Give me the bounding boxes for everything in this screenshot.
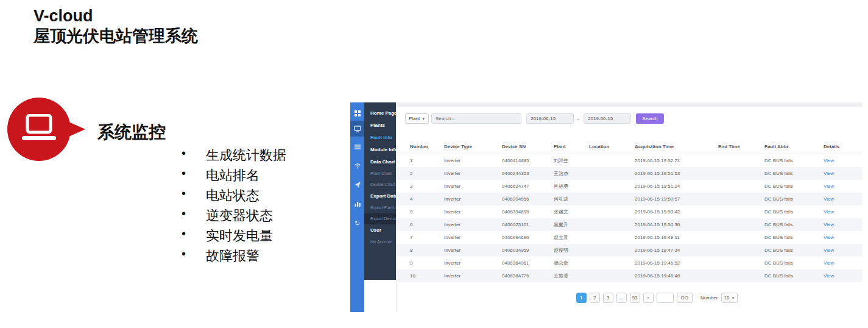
cell-location (589, 180, 635, 193)
cell-acquisition_time: 2019-06-15 19:47:34 (635, 244, 718, 257)
table-row: 3Inverter0406624747肖福勇2019-06-15 19:51:2… (397, 180, 863, 193)
feature-bullet: •故障报警 (182, 247, 286, 267)
page-button-ellipsis[interactable]: ... (616, 293, 627, 303)
feature-bullet: •逆变器状态 (182, 207, 286, 227)
column-header: Location (589, 139, 635, 154)
view-link[interactable]: View (824, 171, 834, 176)
cell-location (589, 244, 635, 257)
cell-end_time (718, 205, 764, 218)
cell-device_sn: 0406994690 (502, 231, 554, 244)
table-row: 2Inverter0406244353王治杰2019-06-15 19:51:5… (397, 167, 863, 180)
sidebar-item-home-page[interactable]: Home Page (364, 107, 396, 119)
cell-location (589, 218, 635, 231)
cell-number: 1 (397, 154, 444, 168)
page-button-1[interactable]: 1 (576, 293, 587, 303)
view-link[interactable]: View (824, 235, 834, 240)
cell-fault_abbr: DC BUS fails (764, 205, 824, 218)
cell-end_time (718, 167, 764, 180)
wifi-icon[interactable] (350, 158, 364, 174)
feature-bullet: •实时发电量 (182, 227, 286, 247)
view-link[interactable]: View (824, 273, 834, 279)
table-row: 1Inverter0406414885刘漳生2019-06-15 19:52:2… (397, 154, 863, 168)
column-header: Number (397, 139, 444, 154)
table-row: 9Inverter0406364961杨总贵2019-06-15 19:46:5… (397, 257, 863, 269)
bullet-text: 实时发电量 (206, 227, 273, 245)
chart-icon[interactable] (350, 196, 364, 212)
cell-plant: 张建文 (554, 205, 589, 218)
cell-fault_abbr: DC BUS fails (764, 257, 824, 269)
cell-device_type: Inverter (444, 193, 502, 205)
sidebar-item-module-info[interactable]: Module Info (364, 144, 396, 156)
cell-device_sn: 0406384776 (502, 269, 554, 282)
bullet-dot: • (182, 166, 206, 180)
table-body: 1Inverter0406414885刘漳生2019-06-15 19:52:2… (397, 154, 863, 283)
view-link[interactable]: View (824, 209, 834, 215)
page-jump-input[interactable] (657, 293, 674, 303)
view-link[interactable]: View (824, 158, 834, 163)
cell-plant: 王治杰 (554, 167, 589, 180)
view-link[interactable]: View (824, 222, 834, 227)
cell-device_type: Inverter (444, 180, 502, 193)
monitor-icon[interactable] (350, 121, 364, 137)
bullet-dot: • (182, 187, 206, 201)
view-link[interactable]: View (824, 184, 834, 189)
cell-acquisition_time: 2019-06-15 19:50:36 (635, 218, 718, 231)
plant-filter-dropdown[interactable]: Plant ▼ (405, 113, 429, 124)
cell-acquisition_time: 2019-06-15 19:50:57 (635, 193, 718, 205)
go-button[interactable]: GO (677, 293, 693, 303)
send-icon[interactable] (350, 177, 364, 193)
cell-end_time (718, 180, 764, 193)
date-to-input[interactable] (584, 113, 631, 124)
feature-bullet: •电站状态 (182, 187, 286, 207)
bullet-dot: • (182, 146, 206, 160)
cell-plant: 刘漳生 (554, 154, 589, 168)
cell-plant: 惠重升 (554, 218, 589, 231)
view-link[interactable]: View (824, 248, 834, 253)
view-link[interactable]: View (824, 260, 834, 266)
cell-details: View (824, 257, 863, 269)
cell-fault_abbr: DC BUS fails (764, 244, 824, 257)
cell-number: 9 (397, 257, 444, 269)
date-from-input[interactable] (526, 113, 574, 124)
sidebar-item-plants[interactable]: Plants (364, 119, 396, 132)
cell-device_type: Inverter (444, 269, 502, 282)
bullet-dot: • (182, 227, 206, 241)
refresh-icon[interactable]: ↻ (350, 215, 364, 231)
page-button-2[interactable]: 2 (590, 293, 600, 303)
sidebar-item-my-account[interactable]: My Account (364, 237, 396, 248)
cell-device_sn: 0406624747 (502, 180, 554, 193)
cell-location (589, 193, 635, 205)
bullet-text: 逆变器状态 (206, 207, 273, 225)
cell-device_type: Inverter (444, 167, 502, 180)
search-button[interactable]: Search (636, 113, 663, 124)
modules-icon[interactable] (350, 139, 364, 155)
search-input[interactable] (431, 113, 521, 124)
sidebar-item-user[interactable]: User (364, 224, 396, 237)
cell-location (589, 269, 635, 282)
sidebar-item-fault-info[interactable]: Fault Info (364, 132, 396, 144)
sidebar-item-plant-chart[interactable]: Plant Chart (364, 168, 396, 179)
cell-device_sn: 0406034959 (502, 244, 554, 257)
feature-bullet-list: •生成统计数据•电站排名•电站状态•逆变器状态•实时发电量•故障报警 (182, 146, 286, 267)
next-page-button[interactable]: › (643, 293, 654, 303)
apps-grid-icon[interactable] (350, 105, 364, 121)
sidebar-item-export-device-in[interactable]: Export Device In (364, 213, 396, 224)
table-row: 10Inverter0406384776王振香2019-06-15 19:45:… (397, 269, 863, 282)
column-header: End Time (718, 139, 764, 154)
cell-device_sn: 0406414885 (502, 154, 554, 168)
cell-details: View (824, 231, 863, 244)
sidebar-item-data-chart[interactable]: Data Chart (364, 156, 396, 168)
cell-plant: 赵立喜 (554, 231, 589, 244)
cell-end_time (718, 269, 764, 282)
sidebar-item-export-data[interactable]: Export Data (364, 190, 396, 202)
table-row: 6Inverter0406025101惠重升2019-06-15 19:50:3… (397, 218, 863, 231)
view-link[interactable]: View (824, 196, 834, 202)
cell-plant: 赵俊明 (554, 244, 589, 257)
page-size-select[interactable]: 10 ▼ (721, 293, 738, 303)
page-button-53[interactable]: 53 (630, 293, 640, 303)
page-button-3[interactable]: 3 (603, 293, 613, 303)
sidebar-item-device-chart[interactable]: Device Chart (364, 179, 396, 190)
cell-fault_abbr: DC BUS fails (764, 180, 824, 193)
cell-device_sn: 0406025101 (502, 218, 554, 231)
sidebar-item-export-plant-info[interactable]: Export Plant Info (364, 202, 396, 213)
